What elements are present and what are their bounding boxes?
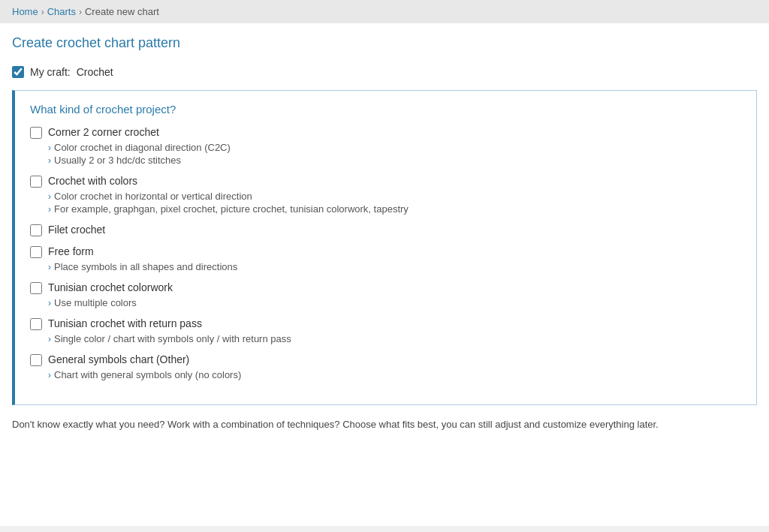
option-detail-freeform-0: ›Place symbols in all shapes and directi…: [48, 261, 741, 272]
option-main-row-freeform: Free form: [30, 245, 741, 258]
option-main-row-colors: Crochet with colors: [30, 175, 741, 188]
option-detail-tunisian-return-0: ›Single color / chart with symbols only …: [48, 333, 741, 344]
chevron-icon: ›: [48, 334, 51, 344]
option-detail-text-c2c-1: Usually 2 or 3 hdc/dc stitches: [54, 155, 181, 166]
option-detail-text-tunisian-colorwork-0: Use multiple colors: [54, 297, 137, 308]
option-label-general: General symbols chart (Other): [48, 353, 189, 365]
option-item-tunisian-colorwork: Tunisian crochet colorwork›Use multiple …: [30, 281, 741, 308]
option-checkbox-colors[interactable]: [30, 176, 42, 188]
option-detail-c2c-0: ›Color crochet in diagonal direction (C2…: [48, 142, 741, 153]
option-main-row-tunisian-return: Tunisian crochet with return pass: [30, 317, 741, 330]
footer-note: Don't know exactly what you need? Work w…: [12, 417, 757, 432]
option-label-tunisian-colorwork: Tunisian crochet colorwork: [48, 281, 173, 293]
option-checkbox-c2c[interactable]: [30, 127, 42, 139]
option-main-row-c2c: Corner 2 corner crochet: [30, 126, 741, 139]
main-content: Create crochet chart pattern My craft: C…: [0, 23, 769, 526]
panel-question: What kind of crochet project?: [30, 103, 741, 116]
option-detail-colors-1: ›For example, graphgan, pixel crochet, p…: [48, 203, 741, 215]
breadcrumb-sep-2: ›: [79, 7, 82, 17]
option-item-colors: Crochet with colors›Color crochet in hor…: [30, 175, 741, 215]
breadcrumb-sep-1: ›: [41, 7, 44, 17]
option-label-freeform: Free form: [48, 245, 94, 257]
option-item-c2c: Corner 2 corner crochet›Color crochet in…: [30, 126, 741, 166]
option-checkbox-freeform[interactable]: [30, 246, 42, 258]
option-item-general: General symbols chart (Other)›Chart with…: [30, 353, 741, 380]
option-checkbox-tunisian-colorwork[interactable]: [30, 282, 42, 294]
option-label-filet: Filet crochet: [48, 224, 105, 236]
page-title: Create crochet chart pattern: [12, 35, 757, 51]
option-label-colors: Crochet with colors: [48, 175, 137, 187]
option-detail-text-general-0: Chart with general symbols only (no colo…: [54, 369, 241, 380]
option-detail-colors-0: ›Color crochet in horizontal or vertical…: [48, 191, 741, 202]
option-checkbox-filet[interactable]: [30, 224, 42, 236]
option-detail-text-c2c-0: Color crochet in diagonal direction (C2C…: [54, 142, 231, 153]
option-detail-tunisian-colorwork-0: ›Use multiple colors: [48, 297, 741, 308]
option-detail-text-freeform-0: Place symbols in all shapes and directio…: [54, 261, 237, 272]
option-label-c2c: Corner 2 corner crochet: [48, 126, 159, 138]
breadcrumb-charts[interactable]: Charts: [47, 6, 76, 17]
option-detail-text-tunisian-return-0: Single color / chart with symbols only /…: [54, 333, 291, 344]
option-checkbox-general[interactable]: [30, 354, 42, 366]
chevron-icon: ›: [48, 204, 51, 215]
option-detail-text-colors-0: Color crochet in horizontal or vertical …: [54, 191, 252, 202]
chevron-icon: ›: [48, 370, 51, 380]
option-item-freeform: Free form›Place symbols in all shapes an…: [30, 245, 741, 272]
my-craft-value: Crochet: [77, 66, 113, 78]
breadcrumb: Home › Charts › Create new chart: [0, 0, 769, 23]
option-item-tunisian-return: Tunisian crochet with return pass›Single…: [30, 317, 741, 344]
breadcrumb-home[interactable]: Home: [12, 6, 38, 17]
options-container: Corner 2 corner crochet›Color crochet in…: [30, 126, 741, 380]
option-label-tunisian-return: Tunisian crochet with return pass: [48, 317, 202, 329]
option-main-row-filet: Filet crochet: [30, 224, 741, 236]
chevron-icon: ›: [48, 143, 51, 153]
option-checkbox-tunisian-return[interactable]: [30, 318, 42, 330]
option-item-filet: Filet crochet: [30, 224, 741, 236]
chevron-icon: ›: [48, 155, 51, 166]
option-detail-c2c-1: ›Usually 2 or 3 hdc/dc stitches: [48, 155, 741, 166]
chevron-icon: ›: [48, 298, 51, 308]
option-detail-general-0: ›Chart with general symbols only (no col…: [48, 369, 741, 380]
option-main-row-tunisian-colorwork: Tunisian crochet colorwork: [30, 281, 741, 294]
chevron-icon: ›: [48, 191, 51, 202]
my-craft-row: My craft: Crochet: [12, 66, 757, 78]
my-craft-label: My craft:: [30, 66, 71, 78]
my-craft-checkbox[interactable]: [12, 66, 24, 78]
chevron-icon: ›: [48, 262, 51, 272]
breadcrumb-current: Create new chart: [85, 6, 159, 17]
options-panel: What kind of crochet project? Corner 2 c…: [12, 90, 757, 405]
option-main-row-general: General symbols chart (Other): [30, 353, 741, 366]
option-detail-text-colors-1: For example, graphgan, pixel crochet, pi…: [54, 203, 409, 215]
